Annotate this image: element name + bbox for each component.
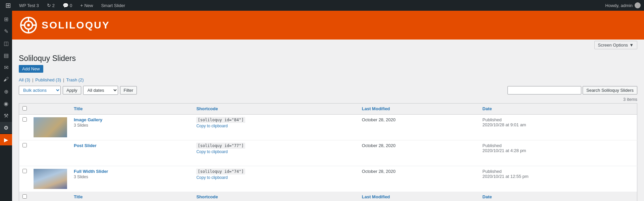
sidebar-item-posts[interactable]: ✎ [0,25,12,37]
screen-options-bar: Screen Options ▼ [12,40,644,51]
shortcode-3: [soliloquy id="74"] [196,169,245,175]
table-header-date: Date [479,103,637,114]
adminbar-plugin[interactable]: Smart Slider [99,0,127,11]
search-input[interactable] [507,86,581,94]
adminbar-site-name[interactable]: WP Test 3 [17,0,41,11]
table-footer-title-link[interactable]: Title [74,194,83,199]
table-footer-checkbox [19,192,31,201]
status-1: Published [482,117,501,122]
title-link-3[interactable]: Full Width Slider [74,169,108,174]
table-row: Full Width Slider 3 Slides [soliloquy id… [19,166,637,192]
shortcode-2: [soliloquy id="77"] [196,143,245,149]
last-modified-1: October 28, 2020 [362,117,395,122]
page-title: Soliloquy Sliders [19,51,637,65]
tablenav-right: Search Soliloquy Sliders [507,86,637,94]
table-nav-top: Bulk actions Apply All dates Filter Sear… [19,86,637,95]
sidebar-item-settings[interactable]: ⚙ [0,122,12,133]
title-link-1[interactable]: Image Gallery [74,117,102,122]
thumbnail-cell-1 [30,114,70,140]
thumbnail-cell-3 [30,166,70,192]
items-count: 3 items [623,97,637,102]
filter-all[interactable]: All (3) [19,77,30,82]
admin-sidebar: ⊞ ✎ ◫ ▤ ✉ 🖌 ⊕ ◉ ⚒ ⚙ ▶ [0,11,12,201]
date-cell-1: Published 2020/10/28 at 9:01 am [479,114,637,140]
adminbar-comments[interactable]: 💬 0 [61,0,74,11]
shortcode-cell-1: [soliloquy id="84"] Copy to clipboard [193,114,358,140]
date-value-1: 2020/10/28 at 9:01 am [482,122,526,127]
last-modified-2: October 28, 2020 [362,143,395,148]
avatar [635,2,641,8]
row-checkbox-2[interactable] [22,143,27,147]
filter-button[interactable]: Filter [120,86,137,94]
sliders-table: Title Shortcode Last Modified Date [19,103,637,201]
slides-count-1: 3 Slides [74,123,190,128]
table-header-date-link[interactable]: Date [482,106,492,111]
table-footer-title: Title [70,192,193,201]
title-cell-1: Image Gallery 3 Slides [70,114,193,140]
select-all-checkbox[interactable] [22,106,27,111]
sidebar-item-appearance[interactable]: 🖌 [0,74,12,85]
status-3: Published [482,169,501,174]
adminbar-wp-logo[interactable]: ⊞ [3,0,13,11]
table-header-shortcode: Shortcode [193,103,358,114]
sidebar-item-plugins[interactable]: ⊕ [0,86,12,97]
table-header-last-modified: Last Modified [359,103,479,114]
shortcode-1: [soliloquy id="84"] [196,117,245,123]
last-modified-3: October 28, 2020 [362,169,395,174]
admin-bar: ⊞ WP Test 3 ↻ 2 💬 0 + New Smart Slider H… [0,0,644,11]
filter-published[interactable]: Published (3) [35,77,61,82]
search-button[interactable]: Search Soliloquy Sliders [583,86,637,94]
table-footer-last-modified: Last Modified [359,192,479,201]
table-footer-shortcode: Shortcode [193,192,358,201]
soliloquy-logo-text: SOLILOQUY [42,19,110,31]
title-link-2[interactable]: Post Slider [74,143,97,148]
table-header-title: Title [70,103,193,114]
slides-count-3: 3 Slides [74,175,190,179]
sidebar-item-pages[interactable]: ▤ [0,50,12,61]
sidebar-item-media[interactable]: ◫ [0,38,12,49]
sidebar-item-tools[interactable]: ⚒ [0,110,12,121]
title-cell-2: Post Slider [70,140,193,166]
copy-link-2[interactable]: Copy to clipboard [196,149,355,154]
date-value-2: 2020/10/21 at 4:28 pm [482,148,526,153]
row-checkbox-1[interactable] [22,117,27,122]
date-cell-2: Published 2020/10/21 at 4:28 pm [479,140,637,166]
shortcode-cell-3: [soliloquy id="74"] Copy to clipboard [193,166,358,192]
filter-trash[interactable]: Trash (2) [66,77,84,82]
sidebar-item-users[interactable]: ◉ [0,98,12,109]
copy-link-3[interactable]: Copy to clipboard [196,175,355,180]
thumbnail-3 [34,169,67,189]
screen-options-button[interactable]: Screen Options ▼ [594,41,637,49]
sidebar-item-comments[interactable]: ✉ [0,62,12,73]
table-footer-thumbnail [30,192,70,201]
search-box: Search Soliloquy Sliders [507,86,637,94]
sidebar-item-soliloquy[interactable]: ▶ [0,134,12,145]
table-header-checkbox [19,103,31,114]
soliloquy-logo: SOLILOQUY [20,17,110,34]
date-value-3: 2020/10/21 at 12:55 pm [482,174,528,179]
page-wrap: Soliloquy Sliders Add New All (3) | Publ… [12,51,644,201]
select-all-checkbox-footer[interactable] [22,194,27,199]
copy-link-1[interactable]: Copy to clipboard [196,124,355,128]
apply-button[interactable]: Apply [63,86,81,94]
table-footer-date-link[interactable]: Date [482,194,492,199]
last-modified-cell-1: October 28, 2020 [359,114,479,140]
dates-select[interactable]: All dates [83,86,118,95]
row-checkbox-3[interactable] [22,169,27,173]
table-footer-date: Date [479,192,637,201]
adminbar-howdy[interactable]: Howdy, admin [605,2,641,8]
adminbar-new[interactable]: + New [78,0,95,11]
soliloquy-header-banner: SOLILOQUY [12,11,644,40]
sidebar-item-dashboard[interactable]: ⊞ [0,13,12,25]
add-new-button[interactable]: Add New [19,65,43,73]
shortcode-cell-2: [soliloquy id="77"] Copy to clipboard [193,140,358,166]
thumbnail-cell-2 [30,140,70,166]
adminbar-updates[interactable]: ↻ 2 [45,0,57,11]
table-row: Image Gallery 3 Slides [soliloquy id="84… [19,114,637,140]
table-header-title-link[interactable]: Title [74,106,83,111]
bulk-actions-select[interactable]: Bulk actions [19,86,61,95]
thumbnail-2 [34,143,67,163]
tablenav-left: Bulk actions Apply All dates Filter [19,86,137,95]
last-modified-cell-2: October 28, 2020 [359,140,479,166]
date-cell-3: Published 2020/10/21 at 12:55 pm [479,166,637,192]
